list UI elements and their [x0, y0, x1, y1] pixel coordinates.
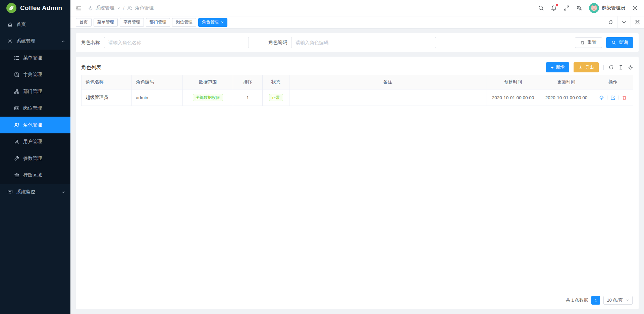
toolbar-divider [603, 65, 604, 70]
sidebar-item-dictionary-management[interactable]: 字典管理 [0, 66, 70, 83]
row-delete-icon[interactable] [622, 95, 627, 100]
sidebar-item-system-management[interactable]: 系统管理 [0, 33, 70, 50]
download-icon [578, 65, 583, 70]
row-edit-icon[interactable] [610, 95, 615, 100]
sidebar-item-role-management[interactable]: 角色管理 [0, 117, 70, 133]
data-scope-tag: 全部数据权限 [193, 94, 223, 102]
sidebar-item-administrative-region[interactable]: 行政区域 [0, 167, 70, 184]
search-form: 角色名称 角色编码 重置 查询 [76, 33, 639, 52]
avatar [589, 3, 599, 13]
leaf-logo-icon [6, 3, 17, 13]
sidebar-item-label: 系统管理 [16, 38, 35, 44]
cell-sort: 1 [233, 89, 263, 106]
table-header-row: 角色名称 角色编码 数据范围 排序 状态 备注 创建时间 更新时间 操作 [82, 75, 633, 89]
add-button[interactable]: + 新增 [546, 62, 569, 72]
page-size-value: 10 条/页 [607, 297, 623, 303]
pagination-total: 共 1 条数据 [566, 297, 588, 303]
tab-department-management[interactable]: 部门管理 [146, 18, 170, 27]
chevron-up-icon [61, 40, 65, 43]
caret-down-icon [117, 6, 120, 10]
query-button[interactable]: 查询 [606, 37, 633, 48]
sidebar-item-label: 部门管理 [23, 88, 42, 95]
app-logo[interactable]: Coffee Admin [0, 0, 70, 16]
sidebar-item-label: 参数管理 [23, 155, 42, 162]
chevron-down-icon[interactable] [617, 16, 631, 28]
role-code-input[interactable] [291, 37, 436, 48]
breadcrumb-current: 角色管理 [135, 5, 154, 11]
roles-icon [127, 6, 132, 11]
id-card-icon [14, 106, 19, 111]
page-content: 角色名称 角色编码 重置 查询 角色列表 [70, 28, 644, 314]
refresh-icon[interactable] [608, 65, 614, 70]
maximize-icon[interactable] [631, 16, 644, 28]
table-empty-space [81, 106, 633, 294]
page-size-select[interactable]: 10 条/页 [603, 296, 633, 305]
main-area: 系统管理 / 角色管理 超级管理员 首页 菜单管理 字典管理 部门 [70, 0, 644, 314]
tab-menu-management[interactable]: 菜单管理 [94, 18, 118, 27]
row-height-icon[interactable] [618, 65, 624, 70]
reset-label: 重置 [587, 40, 597, 46]
tab-role-management[interactable]: 角色管理× [198, 18, 227, 27]
role-name-label: 角色名称 [81, 40, 100, 46]
clear-icon [580, 40, 585, 45]
gear-icon [88, 6, 93, 11]
sidebar-item-post-management[interactable]: 岗位管理 [0, 100, 70, 117]
dictionary-icon [14, 72, 19, 77]
tab-home[interactable]: 首页 [76, 18, 92, 27]
tab-post-management[interactable]: 岗位管理 [172, 18, 196, 27]
refresh-icon[interactable] [604, 16, 617, 28]
wrench-icon [14, 156, 19, 161]
plus-icon: + [551, 65, 553, 70]
open-tabs: 首页 菜单管理 字典管理 部门管理 岗位管理 角色管理× [76, 18, 227, 27]
role-list-card: 角色列表 + 新增 导出 [76, 57, 639, 309]
sidebar-item-label: 角色管理 [23, 122, 42, 128]
translate-icon[interactable] [576, 5, 582, 11]
export-button[interactable]: 导出 [574, 62, 599, 72]
column-settings-gear-icon[interactable] [628, 65, 633, 70]
close-icon[interactable]: × [221, 20, 224, 24]
sidebar-item-department-management[interactable]: 部门管理 [0, 83, 70, 100]
user-menu[interactable]: 超级管理员 [589, 3, 625, 13]
column-header-actions: 操作 [593, 75, 633, 89]
username: 超级管理员 [602, 5, 625, 11]
menu-list-icon [14, 55, 19, 61]
sidebar-menu: 首页 系统管理 菜单管理 字典管理 部门管理 岗位管理 角色管理 [0, 16, 70, 200]
row-permission-gear-icon[interactable] [599, 95, 604, 100]
breadcrumb-root[interactable]: 系统管理 [96, 5, 114, 11]
column-header-data-scope: 数据范围 [183, 75, 233, 89]
fullscreen-icon[interactable] [564, 5, 570, 11]
column-header-role-code: 角色编码 [132, 75, 183, 89]
sidebar-fold-icon[interactable] [76, 5, 82, 11]
reset-button[interactable]: 重置 [575, 37, 602, 48]
search-icon[interactable] [538, 5, 544, 11]
search-icon [611, 40, 616, 45]
role-table: 角色名称 角色编码 数据范围 排序 状态 备注 创建时间 更新时间 操作 超级管… [81, 75, 633, 106]
breadcrumb-separator: / [123, 5, 124, 11]
sidebar-item-label: 岗位管理 [23, 105, 42, 111]
sidebar: Coffee Admin 首页 系统管理 菜单管理 字典管理 部门管理 岗位管理 [0, 0, 70, 314]
sidebar-item-label: 首页 [16, 21, 26, 27]
sidebar-item-menu-management[interactable]: 菜单管理 [0, 50, 70, 66]
cell-actions [593, 89, 633, 106]
gear-icon [7, 39, 13, 44]
query-label: 查询 [619, 40, 628, 46]
column-header-created-time: 创建时间 [486, 75, 540, 89]
sidebar-item-parameter-management[interactable]: 参数管理 [0, 150, 70, 167]
role-name-input[interactable] [104, 37, 249, 48]
bank-icon [14, 173, 19, 178]
org-tree-icon [14, 89, 19, 94]
action-divider [619, 96, 619, 100]
column-header-remark: 备注 [289, 75, 486, 89]
topbar-actions: 超级管理员 [538, 3, 638, 13]
sidebar-item-home[interactable]: 首页 [0, 16, 70, 33]
page-number-button[interactable]: 1 [591, 296, 600, 305]
tab-dictionary-management[interactable]: 字典管理 [120, 18, 144, 27]
roles-icon [14, 122, 19, 128]
settings-gear-icon[interactable] [632, 5, 638, 11]
notification-badge [556, 4, 558, 6]
notification-bell-icon[interactable] [551, 5, 557, 11]
sidebar-item-user-management[interactable]: 用户管理 [0, 133, 70, 150]
add-label: 新增 [556, 64, 565, 70]
sidebar-item-system-monitor[interactable]: 系统监控 [0, 184, 70, 200]
column-header-role-name: 角色名称 [82, 75, 132, 89]
